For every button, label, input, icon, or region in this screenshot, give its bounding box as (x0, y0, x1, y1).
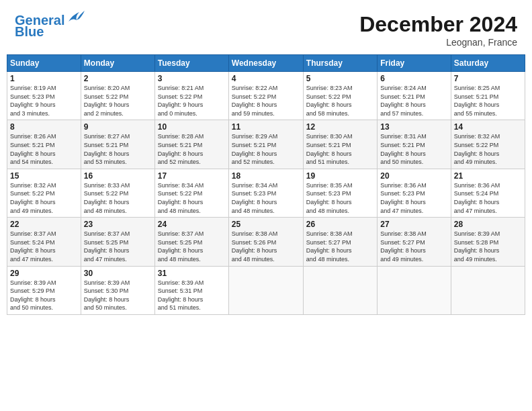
day-number: 25 (232, 220, 300, 229)
day-number: 8 (10, 122, 78, 132)
calendar-cell: 16Sunrise: 8:33 AM Sunset: 5:22 PM Dayli… (81, 169, 154, 217)
day-number: 3 (158, 74, 226, 83)
day-info: Sunrise: 8:22 AM Sunset: 5:22 PM Dayligh… (232, 84, 300, 118)
day-info: Sunrise: 8:28 AM Sunset: 5:21 PM Dayligh… (158, 132, 226, 166)
logo-blue: Blue (15, 24, 44, 40)
day-number: 6 (380, 74, 447, 83)
calendar-cell: 26Sunrise: 8:38 AM Sunset: 5:27 PM Dayli… (303, 218, 377, 266)
day-number: 11 (232, 122, 300, 132)
day-number: 10 (158, 122, 226, 132)
day-info: Sunrise: 8:32 AM Sunset: 5:22 PM Dayligh… (454, 132, 522, 166)
logo: General Blue (15, 12, 86, 40)
day-number: 19 (306, 171, 374, 181)
calendar-cell: 9Sunrise: 8:27 AM Sunset: 5:21 PM Daylig… (81, 120, 154, 169)
day-number: 28 (454, 220, 522, 229)
day-number: 27 (380, 220, 447, 229)
calendar-cell: 11Sunrise: 8:29 AM Sunset: 5:21 PM Dayli… (228, 120, 303, 169)
title-area: December 2024 Leognan, France (359, 12, 517, 48)
day-info: Sunrise: 8:35 AM Sunset: 5:23 PM Dayligh… (306, 181, 374, 215)
day-info: Sunrise: 8:29 AM Sunset: 5:21 PM Dayligh… (232, 132, 300, 166)
calendar-cell: 2Sunrise: 8:20 AM Sunset: 5:22 PM Daylig… (81, 72, 154, 120)
location: Leognan, France (359, 37, 517, 48)
calendar-cell: 28Sunrise: 8:39 AM Sunset: 5:28 PM Dayli… (451, 218, 525, 266)
day-info: Sunrise: 8:23 AM Sunset: 5:22 PM Dayligh… (306, 84, 374, 118)
calendar-cell: 24Sunrise: 8:37 AM Sunset: 5:25 PM Dayli… (154, 218, 228, 266)
day-number: 1 (10, 74, 78, 83)
calendar-cell: 29Sunrise: 8:39 AM Sunset: 5:29 PM Dayli… (7, 266, 81, 314)
day-number: 20 (380, 171, 447, 181)
day-info: Sunrise: 8:38 AM Sunset: 5:26 PM Dayligh… (232, 230, 300, 263)
day-info: Sunrise: 8:34 AM Sunset: 5:23 PM Dayligh… (232, 181, 300, 215)
calendar-cell: 4Sunrise: 8:22 AM Sunset: 5:22 PM Daylig… (228, 72, 303, 120)
calendar-cell: 18Sunrise: 8:34 AM Sunset: 5:23 PM Dayli… (228, 169, 303, 217)
day-number: 13 (380, 122, 447, 132)
day-info: Sunrise: 8:37 AM Sunset: 5:24 PM Dayligh… (10, 230, 78, 263)
calendar-cell: 12Sunrise: 8:30 AM Sunset: 5:21 PM Dayli… (303, 120, 377, 169)
calendar-cell: 3Sunrise: 8:21 AM Sunset: 5:22 PM Daylig… (154, 72, 228, 120)
day-header-saturday: Saturday (451, 55, 525, 72)
calendar-cell (451, 266, 525, 314)
day-number: 16 (84, 171, 152, 181)
day-info: Sunrise: 8:37 AM Sunset: 5:25 PM Dayligh… (84, 230, 152, 263)
month-title: December 2024 (359, 12, 517, 37)
day-info: Sunrise: 8:20 AM Sunset: 5:22 PM Dayligh… (84, 84, 152, 118)
calendar-cell: 7Sunrise: 8:25 AM Sunset: 5:21 PM Daylig… (451, 72, 525, 120)
day-number: 18 (232, 171, 300, 181)
logo-bird-icon (66, 9, 86, 26)
day-info: Sunrise: 8:19 AM Sunset: 5:23 PM Dayligh… (10, 84, 78, 118)
day-info: Sunrise: 8:27 AM Sunset: 5:21 PM Dayligh… (84, 132, 152, 166)
day-number: 30 (84, 269, 152, 278)
day-info: Sunrise: 8:31 AM Sunset: 5:21 PM Dayligh… (380, 132, 447, 166)
day-header-friday: Friday (378, 55, 451, 72)
day-info: Sunrise: 8:25 AM Sunset: 5:21 PM Dayligh… (454, 84, 522, 118)
day-info: Sunrise: 8:26 AM Sunset: 5:21 PM Dayligh… (10, 132, 78, 166)
calendar-cell (378, 266, 451, 314)
day-info: Sunrise: 8:33 AM Sunset: 5:22 PM Dayligh… (84, 181, 152, 215)
day-number: 17 (158, 171, 226, 181)
day-number: 12 (306, 122, 374, 132)
day-number: 21 (454, 171, 522, 181)
day-info: Sunrise: 8:36 AM Sunset: 5:23 PM Dayligh… (380, 181, 447, 215)
day-header-sunday: Sunday (7, 55, 81, 72)
day-header-monday: Monday (81, 55, 154, 72)
calendar-cell: 31Sunrise: 8:39 AM Sunset: 5:31 PM Dayli… (154, 266, 228, 314)
day-info: Sunrise: 8:38 AM Sunset: 5:27 PM Dayligh… (380, 230, 447, 263)
day-number: 2 (84, 74, 152, 83)
day-number: 7 (454, 74, 522, 83)
day-info: Sunrise: 8:21 AM Sunset: 5:22 PM Dayligh… (158, 84, 226, 118)
calendar-cell: 21Sunrise: 8:36 AM Sunset: 5:24 PM Dayli… (451, 169, 525, 217)
day-number: 24 (158, 220, 226, 229)
calendar-cell: 14Sunrise: 8:32 AM Sunset: 5:22 PM Dayli… (451, 120, 525, 169)
day-number: 5 (306, 74, 374, 83)
day-header-tuesday: Tuesday (154, 55, 228, 72)
calendar-cell: 19Sunrise: 8:35 AM Sunset: 5:23 PM Dayli… (303, 169, 377, 217)
day-number: 29 (10, 269, 78, 278)
day-info: Sunrise: 8:36 AM Sunset: 5:24 PM Dayligh… (454, 181, 522, 215)
day-info: Sunrise: 8:37 AM Sunset: 5:25 PM Dayligh… (158, 230, 226, 263)
calendar-cell: 27Sunrise: 8:38 AM Sunset: 5:27 PM Dayli… (378, 218, 451, 266)
calendar-cell: 13Sunrise: 8:31 AM Sunset: 5:21 PM Dayli… (378, 120, 451, 169)
day-info: Sunrise: 8:30 AM Sunset: 5:21 PM Dayligh… (306, 132, 374, 166)
day-number: 22 (10, 220, 78, 229)
day-header-wednesday: Wednesday (228, 55, 303, 72)
day-number: 23 (84, 220, 152, 229)
day-number: 26 (306, 220, 374, 229)
calendar-cell: 23Sunrise: 8:37 AM Sunset: 5:25 PM Dayli… (81, 218, 154, 266)
calendar: SundayMondayTuesdayWednesdayThursdayFrid… (7, 54, 525, 315)
day-number: 4 (232, 74, 300, 83)
day-number: 31 (158, 269, 226, 278)
day-info: Sunrise: 8:39 AM Sunset: 5:28 PM Dayligh… (454, 230, 522, 263)
calendar-cell: 6Sunrise: 8:24 AM Sunset: 5:21 PM Daylig… (378, 72, 451, 120)
day-info: Sunrise: 8:39 AM Sunset: 5:29 PM Dayligh… (10, 279, 78, 312)
calendar-cell: 1Sunrise: 8:19 AM Sunset: 5:23 PM Daylig… (7, 72, 81, 120)
calendar-cell: 22Sunrise: 8:37 AM Sunset: 5:24 PM Dayli… (7, 218, 81, 266)
calendar-cell: 15Sunrise: 8:32 AM Sunset: 5:22 PM Dayli… (7, 169, 81, 217)
calendar-cell (228, 266, 303, 314)
day-info: Sunrise: 8:32 AM Sunset: 5:22 PM Dayligh… (10, 181, 78, 215)
day-info: Sunrise: 8:39 AM Sunset: 5:31 PM Dayligh… (158, 279, 226, 312)
calendar-cell: 20Sunrise: 8:36 AM Sunset: 5:23 PM Dayli… (378, 169, 451, 217)
calendar-cell: 10Sunrise: 8:28 AM Sunset: 5:21 PM Dayli… (154, 120, 228, 169)
day-info: Sunrise: 8:24 AM Sunset: 5:21 PM Dayligh… (380, 84, 447, 118)
header: General Blue December 2024 Leognan, Fran… (7, 7, 525, 50)
day-info: Sunrise: 8:39 AM Sunset: 5:30 PM Dayligh… (84, 279, 152, 312)
